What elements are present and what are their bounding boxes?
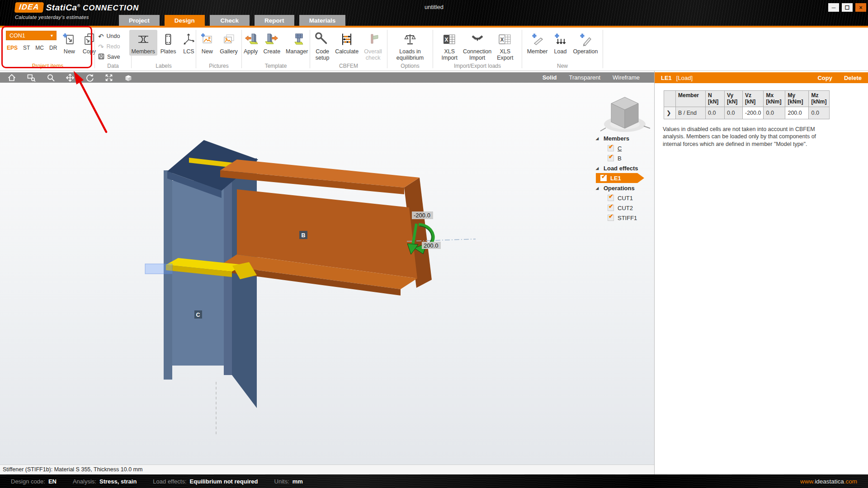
render-mode-solid[interactable]: Solid: [542, 74, 557, 81]
checkbox-checked[interactable]: ✔: [608, 215, 614, 221]
cell-mx: 0.0: [764, 107, 785, 119]
wrench-icon: [315, 31, 330, 48]
mode-mc[interactable]: MC: [35, 45, 44, 51]
disabled-cells-note: Values in disabled cells are not taken i…: [663, 126, 820, 148]
mode-eps[interactable]: EPS: [7, 45, 18, 51]
maximize-icon[interactable]: ☐: [842, 3, 853, 12]
new-operation-icon: [578, 31, 593, 48]
tab-project[interactable]: Project: [119, 15, 160, 26]
connection-import-button[interactable]: Connection Import: [461, 30, 494, 62]
template-apply-button[interactable]: Apply: [241, 30, 260, 56]
loads-in-equilibrium-button[interactable]: Loads in equilibrium: [394, 30, 426, 62]
row-expander-icon[interactable]: ❯: [664, 107, 676, 119]
panel-header: LE1 [Load] Copy Delete: [655, 72, 868, 83]
group-options: Loads in equilibrium Options: [387, 28, 433, 70]
tree-section-operations[interactable]: ◢ Operations: [596, 183, 656, 193]
tree-item-c[interactable]: ✔ C: [596, 143, 656, 153]
fit-view-icon[interactable]: [104, 73, 113, 82]
load-table-header-row: Member N[kN] Vy[kN] Vz[kN] Mx[kNm] My[kN…: [664, 91, 830, 107]
3d-viewport[interactable]: -200.0 200.0 B C Solid Tr: [0, 71, 654, 465]
save-icon: [98, 53, 104, 61]
tree-item-stiff1[interactable]: ✔ STIFF1: [596, 213, 656, 223]
tab-check[interactable]: Check: [210, 15, 250, 26]
gallery-icon: [222, 31, 236, 48]
render-mode-wireframe[interactable]: Wireframe: [613, 74, 640, 81]
website-link[interactable]: www.ideastatica.com: [800, 478, 857, 485]
group-template: Apply Create Manager Template: [242, 28, 310, 70]
mode-st[interactable]: ST: [23, 45, 30, 51]
render-mode-switch: Solid Transparent Wireframe: [542, 74, 647, 81]
divider: [603, 30, 603, 68]
cell-vy: 0.0: [725, 107, 743, 119]
copy-load-button[interactable]: Copy: [817, 75, 832, 81]
group-pictures: New Gallery Pictures: [196, 28, 241, 70]
close-icon[interactable]: ×: [855, 3, 866, 12]
tree-item-b[interactable]: ✔ B: [596, 153, 656, 163]
collapse-icon[interactable]: ◢: [596, 166, 600, 170]
undo-button[interactable]: ↶Undo: [98, 32, 120, 41]
balance-scale-icon: [403, 31, 417, 48]
new-member-button[interactable]: Member: [525, 30, 550, 56]
tab-design[interactable]: Design: [165, 15, 205, 26]
rotate-view-icon[interactable]: [85, 73, 94, 82]
save-button[interactable]: Save: [98, 53, 120, 61]
checkbox-checked[interactable]: ✔: [608, 155, 614, 161]
create-template-icon: [264, 31, 279, 48]
header-mx: Mx[kNm]: [764, 91, 785, 107]
moment-value-label: -200.0: [414, 212, 430, 219]
view-cube[interactable]: [600, 97, 650, 132]
labels-plates-button[interactable]: Plates: [158, 30, 179, 56]
group-new: Member Load Operation New: [522, 28, 603, 70]
collapse-icon[interactable]: ◢: [596, 186, 600, 190]
lcs-axes-icon: [181, 31, 196, 48]
picture-new-button[interactable]: New: [198, 30, 217, 56]
template-manager-button[interactable]: Manager: [283, 30, 310, 56]
tree-section-load-effects[interactable]: ◢ Load effects: [596, 163, 656, 173]
group-label: Pictures: [196, 62, 241, 70]
new-project-item-button[interactable]: New: [60, 30, 79, 56]
plates-label-icon: [161, 31, 175, 48]
zoom-icon[interactable]: [46, 73, 55, 82]
new-operation-button[interactable]: Operation: [571, 30, 600, 56]
logo-tagline: Calculate yesterday's estimates: [15, 14, 89, 20]
load-table-row[interactable]: ❯ B / End 0.0 0.0 -200.0 0.0 200.0 0.0: [664, 107, 830, 119]
cell-my[interactable]: 200.0: [785, 107, 809, 119]
overall-check-button[interactable]: Overall check: [362, 30, 384, 62]
calculate-button[interactable]: Calculate: [333, 30, 361, 56]
create-template-icon-button[interactable]: Create: [261, 30, 283, 56]
tree-item-cut2[interactable]: ✔ CUT2: [596, 203, 656, 213]
checkbox-checked[interactable]: ✔: [608, 195, 614, 201]
delete-load-button[interactable]: Delete: [844, 75, 862, 81]
picture-gallery-button[interactable]: Gallery: [217, 30, 240, 56]
tree-item-cut1[interactable]: ✔ CUT1: [596, 193, 656, 203]
project-item-combo[interactable]: CON1 ▾: [6, 31, 57, 40]
checkbox-checked[interactable]: ✔: [608, 145, 614, 151]
status-analysis: Analysis:Stress, strain: [73, 478, 137, 485]
solid-box-icon[interactable]: [124, 73, 133, 82]
checkbox-checked[interactable]: ✔: [608, 205, 614, 211]
code-setup-button[interactable]: Code setup: [313, 30, 332, 62]
collapse-icon[interactable]: ◢: [596, 136, 600, 141]
group-import-export: X XLS Import Connection Import X XLS Exp…: [433, 28, 522, 70]
selection-highlight: [145, 264, 172, 274]
render-mode-transparent[interactable]: Transparent: [569, 74, 600, 81]
cell-vz[interactable]: -200.0: [743, 107, 764, 119]
new-load-button[interactable]: Load: [551, 30, 570, 56]
redo-button[interactable]: ↷Redo: [98, 42, 120, 51]
mode-dr[interactable]: DR: [49, 45, 57, 51]
minimize-icon[interactable]: ─: [828, 3, 839, 12]
column-label: C: [196, 312, 200, 318]
labels-members-button[interactable]: Members: [129, 30, 157, 56]
xls-import-button[interactable]: X XLS Import: [439, 30, 460, 62]
zoom-window-icon[interactable]: [27, 73, 36, 82]
status-bar: Design code:EN Analysis:Stress, strain L…: [0, 474, 868, 488]
tree-section-members[interactable]: ◢ Members: [596, 133, 656, 143]
checkbox-checked[interactable]: ✔: [600, 175, 607, 181]
home-view-icon[interactable]: [7, 73, 16, 82]
tab-materials[interactable]: Materials: [299, 15, 346, 26]
connection-3d-scene[interactable]: -200.0 200.0 B C: [0, 71, 654, 465]
tree-item-le1-selected[interactable]: ✔ LE1: [596, 173, 637, 183]
tab-report[interactable]: Report: [255, 15, 294, 26]
pan-icon[interactable]: [66, 73, 75, 82]
xls-export-button[interactable]: X XLS Export: [495, 30, 515, 62]
